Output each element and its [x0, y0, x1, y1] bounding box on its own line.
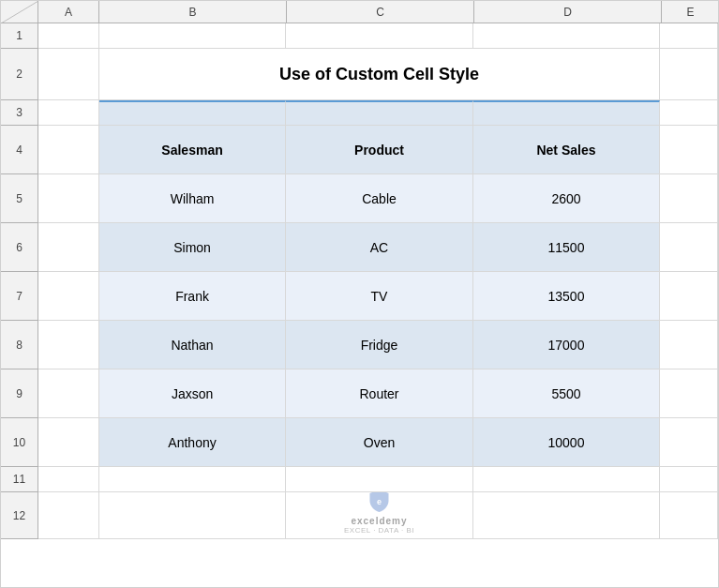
row-12: e exceldemy EXCEL · DATA · BI [38, 492, 718, 539]
row-4: Salesman Product Net Sales [38, 126, 718, 174]
watermark-tagline: EXCEL · DATA · BI [344, 526, 414, 535]
cell-c12[interactable]: e exceldemy EXCEL · DATA · BI [286, 492, 472, 539]
cell-salesman-1[interactable]: Wilham [99, 174, 286, 223]
cell-e1[interactable] [660, 23, 718, 49]
col-header-c: C [287, 1, 474, 23]
cell-b1[interactable] [99, 23, 286, 49]
cell-e9[interactable] [660, 369, 718, 418]
row-10: Anthony Oven 10000 [38, 418, 718, 467]
row-header-11: 11 [1, 467, 38, 492]
watermark: e exceldemy EXCEL · DATA · BI [344, 492, 414, 535]
row-6: Simon AC 11500 [38, 223, 718, 272]
row-header-1: 1 [1, 23, 38, 49]
cell-product-5[interactable]: Router [286, 369, 472, 418]
cell-a7[interactable] [38, 272, 99, 321]
row-header-4: 4 [1, 126, 38, 174]
cell-a11[interactable] [38, 467, 99, 492]
grid-area: Use of Custom Cell Style Salesman Produc… [38, 23, 718, 587]
cell-a5[interactable] [38, 174, 99, 223]
row-header-3: 3 [1, 100, 38, 126]
row-header-2: 2 [1, 49, 38, 100]
cell-salesman-2[interactable]: Simon [99, 223, 286, 272]
cell-a9[interactable] [38, 369, 99, 418]
cell-netsales-5[interactable]: 5500 [473, 369, 660, 418]
cell-d3[interactable] [473, 100, 660, 126]
cell-e5[interactable] [660, 174, 718, 223]
cell-e3[interactable] [660, 100, 718, 126]
row-11 [38, 467, 718, 492]
cell-product-6[interactable]: Oven [286, 418, 472, 467]
svg-text:e: e [377, 497, 382, 506]
col-header-a: A [38, 1, 99, 23]
spreadsheet: A B C D E 1 2 3 4 5 6 7 8 9 10 11 12 Use [0, 0, 719, 588]
cell-b11[interactable] [99, 467, 286, 492]
watermark-icon: e [366, 492, 392, 514]
cell-a3[interactable] [38, 100, 99, 126]
cell-netsales-3[interactable]: 13500 [473, 272, 660, 321]
row-headers: 1 2 3 4 5 6 7 8 9 10 11 12 [1, 23, 38, 539]
cell-c11[interactable] [286, 467, 472, 492]
cell-a4[interactable] [38, 126, 99, 174]
cell-salesman-4[interactable]: Nathan [99, 321, 286, 369]
cell-c1[interactable] [286, 23, 472, 49]
row-header-6: 6 [1, 223, 38, 272]
row-header-10: 10 [1, 418, 38, 467]
row-8: Nathan Fridge 17000 [38, 321, 718, 369]
cell-title[interactable]: Use of Custom Cell Style [99, 49, 660, 100]
corner-cell [1, 1, 38, 23]
row-header-5: 5 [1, 174, 38, 223]
row-5: Wilham Cable 2600 [38, 174, 718, 223]
cell-header-netsales[interactable]: Net Sales [473, 126, 660, 174]
row-3 [38, 100, 718, 126]
cell-netsales-2[interactable]: 11500 [473, 223, 660, 272]
cell-product-3[interactable]: TV [286, 272, 472, 321]
cell-salesman-5[interactable]: Jaxson [99, 369, 286, 418]
col-header-d: D [474, 1, 662, 23]
cell-salesman-3[interactable]: Frank [99, 272, 286, 321]
col-header-e: E [662, 1, 719, 23]
watermark-name: exceldemy [351, 516, 407, 526]
svg-line-0 [1, 1, 38, 23]
cell-netsales-6[interactable]: 10000 [473, 418, 660, 467]
cell-e11[interactable] [660, 467, 718, 492]
cell-b3[interactable] [99, 100, 286, 126]
cell-e10[interactable] [660, 418, 718, 467]
cell-e6[interactable] [660, 223, 718, 272]
row-2: Use of Custom Cell Style [38, 49, 718, 100]
cell-b12[interactable] [99, 492, 286, 539]
row-1 [38, 23, 718, 49]
cell-header-product[interactable]: Product [286, 126, 472, 174]
cell-a1[interactable] [38, 23, 99, 49]
cell-product-1[interactable]: Cable [286, 174, 472, 223]
row-9: Jaxson Router 5500 [38, 369, 718, 418]
cell-a10[interactable] [38, 418, 99, 467]
row-header-8: 8 [1, 321, 38, 369]
cell-a8[interactable] [38, 321, 99, 369]
cell-d11[interactable] [473, 467, 660, 492]
cell-d12[interactable] [473, 492, 660, 539]
row-7: Frank TV 13500 [38, 272, 718, 321]
column-headers: A B C D E [38, 1, 719, 23]
cell-netsales-4[interactable]: 17000 [473, 321, 660, 369]
cell-a6[interactable] [38, 223, 99, 272]
cell-d1[interactable] [473, 23, 660, 49]
cell-product-2[interactable]: AC [286, 223, 472, 272]
cell-e7[interactable] [660, 272, 718, 321]
cell-product-4[interactable]: Fridge [286, 321, 472, 369]
cell-e2[interactable] [660, 49, 718, 100]
cell-a12[interactable] [38, 492, 99, 539]
cell-e12[interactable] [660, 492, 718, 539]
cell-a2[interactable] [38, 49, 99, 100]
cell-netsales-1[interactable]: 2600 [473, 174, 660, 223]
cell-e4[interactable] [660, 126, 718, 174]
row-header-9: 9 [1, 369, 38, 418]
cell-salesman-6[interactable]: Anthony [99, 418, 286, 467]
cell-e8[interactable] [660, 321, 718, 369]
cell-c3[interactable] [286, 100, 472, 126]
row-header-7: 7 [1, 272, 38, 321]
row-header-12: 12 [1, 492, 38, 539]
col-header-b: B [99, 1, 287, 23]
cell-header-salesman[interactable]: Salesman [99, 126, 286, 174]
